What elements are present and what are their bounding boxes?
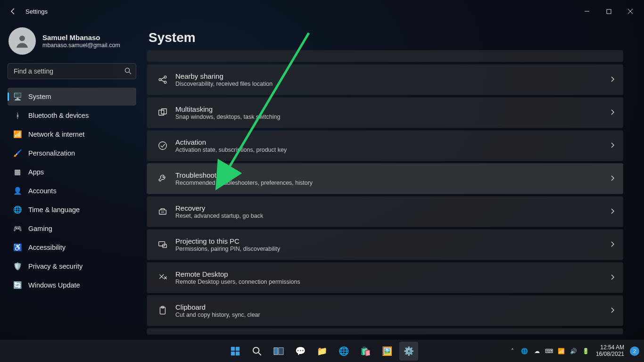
row-title: Activation: [175, 138, 605, 146]
nav-icon: ♿: [13, 243, 22, 252]
sidebar-item-network-internet[interactable]: 📶Network & internet: [8, 125, 136, 143]
chat-button[interactable]: 💬: [291, 342, 310, 361]
tray-keyboard-icon[interactable]: ⌨: [545, 348, 553, 354]
sidebar-item-time-language[interactable]: 🌐Time & language: [8, 201, 136, 219]
explorer-button[interactable]: 📁: [313, 342, 331, 361]
settings-row-activation[interactable]: ActivationActivation state, subscription…: [147, 130, 623, 161]
settings-row-cutoff[interactable]: [147, 50, 623, 62]
close-button[interactable]: [619, 4, 641, 18]
chevron-right-icon: [610, 75, 615, 84]
svg-rect-20: [279, 347, 283, 354]
sidebar-item-label: Personalization: [28, 149, 75, 157]
sidebar-item-bluetooth-devices[interactable]: ᚼBluetooth & devices: [8, 107, 136, 124]
user-email: mbanaso.samuel@gmail.com: [42, 42, 120, 49]
settings-list[interactable]: Nearby sharingDiscoverability, received …: [147, 50, 626, 339]
settings-app-button[interactable]: ⚙️: [399, 342, 418, 361]
remote-icon: [157, 272, 169, 283]
chevron-right-icon: [610, 141, 615, 150]
tray-volume-icon[interactable]: 🔊: [570, 348, 578, 354]
system-tray[interactable]: ˄ 🌐 ☁ ⌨ 📶 🔊 🔋 12:54 AM 16/08/2021 2: [508, 345, 644, 358]
row-title: Nearby sharing: [175, 72, 605, 80]
sidebar-item-label: Apps: [28, 168, 44, 176]
svg-rect-17: [236, 351, 239, 355]
chevron-right-icon: [610, 207, 615, 216]
row-subtitle: Activation state, subscriptions, product…: [175, 147, 605, 153]
settings-row-multitasking[interactable]: MultitaskingSnap windows, desktops, task…: [147, 97, 623, 128]
chevron-right-icon: [610, 306, 615, 315]
tray-battery-icon[interactable]: 🔋: [582, 348, 590, 354]
nav-icon: 🔄: [13, 281, 22, 289]
search-box[interactable]: [8, 63, 136, 79]
nav-icon: ᚼ: [13, 111, 22, 120]
sidebar-item-label: Network & internet: [28, 131, 84, 138]
sidebar-item-windows-update[interactable]: 🔄Windows Update: [8, 276, 136, 294]
row-title: Recovery: [175, 204, 605, 212]
settings-row-clipboard[interactable]: ClipboardCut and copy history, sync, cle…: [147, 295, 623, 326]
chevron-right-icon: [610, 174, 615, 183]
svg-rect-16: [231, 351, 235, 355]
multi-icon: [157, 107, 169, 118]
sidebar-item-system[interactable]: 🖥️System: [8, 88, 136, 106]
sidebar-item-gaming[interactable]: 🎮Gaming: [8, 220, 136, 238]
back-button[interactable]: [6, 4, 21, 19]
svg-point-1: [19, 35, 25, 41]
maximize-button[interactable]: [598, 4, 619, 18]
user-block[interactable]: Samuel Mbanaso mbanaso.samuel@gmail.com: [8, 27, 136, 55]
settings-row-remote-desktop[interactable]: Remote DesktopRemote Desktop users, conn…: [147, 262, 623, 293]
sidebar-item-label: Accounts: [28, 187, 57, 195]
minimize-button[interactable]: [576, 4, 598, 18]
settings-row-troubleshoot[interactable]: TroubleshootRecommended troubleshooters,…: [147, 163, 623, 194]
sidebar-item-label: Privacy & security: [28, 263, 83, 270]
nav-list: 🖥️SystemᚼBluetooth & devices📶Network & i…: [8, 88, 136, 294]
notification-badge[interactable]: 2: [630, 346, 639, 356]
user-name: Samuel Mbanaso: [42, 33, 120, 41]
row-subtitle: Cut and copy history, sync, clear: [175, 312, 605, 318]
settings-row-projecting-to-this-pc[interactable]: Projecting to this PCPermissions, pairin…: [147, 229, 623, 260]
tray-lang-icon[interactable]: 🌐: [520, 348, 529, 354]
tray-chevron-icon[interactable]: ˄: [508, 348, 517, 354]
recovery-icon: [157, 206, 169, 217]
task-view-button[interactable]: [269, 342, 288, 361]
avatar: [8, 27, 36, 55]
row-subtitle: Reset, advanced startup, go back: [175, 213, 605, 219]
sidebar-item-privacy-security[interactable]: 🛡️Privacy & security: [8, 257, 136, 275]
svg-rect-0: [607, 9, 611, 14]
row-subtitle: Remote Desktop users, connection permiss…: [175, 279, 605, 285]
settings-row-recovery[interactable]: RecoveryReset, advanced startup, go back: [147, 196, 623, 227]
settings-row-cutoff-bottom[interactable]: [147, 328, 623, 335]
window-title: Settings: [25, 8, 48, 15]
wrench-icon: [157, 173, 169, 184]
nav-icon: 👤: [13, 187, 22, 195]
tray-wifi-icon[interactable]: 📶: [557, 348, 566, 354]
edge-button[interactable]: 🌐: [334, 342, 353, 361]
store-button[interactable]: 🛍️: [356, 342, 375, 361]
nav-icon: 🖌️: [13, 149, 22, 157]
row-subtitle: Discoverability, received files location: [175, 81, 605, 87]
start-button[interactable]: [226, 342, 245, 361]
main-panel: System Nearby sharingDiscoverability, re…: [144, 23, 644, 339]
row-title: Troubleshoot: [175, 171, 605, 179]
svg-point-3: [159, 79, 161, 81]
taskbar-center: 💬 📁 🌐 🛍️ 🖼️ ⚙️: [226, 342, 418, 361]
settings-row-nearby-sharing[interactable]: Nearby sharingDiscoverability, received …: [147, 64, 623, 95]
row-subtitle: Permissions, pairing PIN, discoverabilit…: [175, 246, 605, 252]
row-title: Remote Desktop: [175, 270, 605, 278]
taskbar-search-button[interactable]: [248, 342, 266, 361]
tray-clock[interactable]: 12:54 AM 16/08/2021: [596, 345, 624, 358]
sidebar-item-apps[interactable]: ▦Apps: [8, 163, 136, 181]
app-button[interactable]: 🖼️: [378, 342, 396, 361]
titlebar: Settings: [0, 0, 644, 23]
sidebar-item-personalization[interactable]: 🖌️Personalization: [8, 144, 136, 162]
nav-icon: 🎮: [13, 224, 22, 233]
svg-point-5: [164, 81, 166, 83]
row-subtitle: Recommended troubleshooters, preferences…: [175, 180, 605, 186]
row-title: Multitasking: [175, 105, 605, 113]
svg-point-8: [159, 142, 167, 150]
search-input[interactable]: [8, 63, 136, 79]
row-subtitle: Snap windows, desktops, task switching: [175, 114, 605, 120]
chevron-right-icon: [610, 240, 615, 249]
sidebar-item-accounts[interactable]: 👤Accounts: [8, 182, 136, 200]
tray-onedrive-icon[interactable]: ☁: [533, 348, 541, 354]
sidebar-item-accessibility[interactable]: ♿Accessibility: [8, 239, 136, 256]
sidebar-item-label: Gaming: [28, 225, 52, 232]
